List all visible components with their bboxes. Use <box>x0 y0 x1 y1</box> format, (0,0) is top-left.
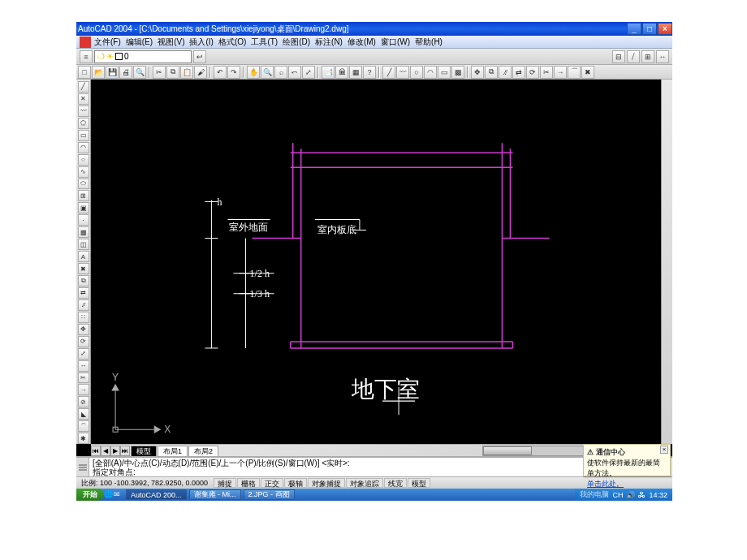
pan-icon[interactable]: ✋ <box>247 66 260 79</box>
quick-launch-icon-2[interactable]: ✉ <box>114 490 123 500</box>
tool-stretch-icon[interactable]: ↔ <box>78 360 89 372</box>
hatch-icon[interactable]: ▩ <box>451 66 464 79</box>
tool-fillet2-icon[interactable]: ⌒ <box>78 420 89 432</box>
balloon-link[interactable]: 单击此处。 <box>587 480 624 488</box>
tool-block-icon[interactable]: ▣ <box>78 202 89 213</box>
toggle-osnap[interactable]: 对象捕捉 <box>308 478 345 488</box>
tool-chamfer-icon[interactable]: ◣ <box>78 408 89 420</box>
menu-tools[interactable]: 工具(T) <box>251 37 278 48</box>
tool-explode-icon[interactable]: ✱ <box>78 433 89 444</box>
save-icon[interactable]: 💾 <box>106 66 119 79</box>
tool-extend2-icon[interactable]: → <box>78 384 89 395</box>
tool-break-icon[interactable]: ⊘ <box>78 396 89 407</box>
zoom-extents-icon[interactable]: ⤢ <box>302 66 315 79</box>
tab-model[interactable]: 模型 <box>131 446 157 456</box>
vertical-scrollbar[interactable] <box>661 80 672 444</box>
tray-vol-icon[interactable]: 🔊 <box>626 491 635 499</box>
tool-array-icon[interactable]: ∷ <box>78 312 89 323</box>
tool-point-icon[interactable]: · <box>78 214 89 226</box>
cut-icon[interactable]: ✂ <box>153 66 166 79</box>
minimize-button[interactable]: _ <box>627 23 641 35</box>
tab-layout2[interactable]: 布局2 <box>188 446 218 456</box>
rotate-icon[interactable]: ⟳ <box>526 66 539 79</box>
toggle-ortho[interactable]: 正交 <box>261 478 283 488</box>
toggle-polar[interactable]: 极轴 <box>284 478 307 488</box>
menu-help[interactable]: 帮助(H) <box>415 37 443 48</box>
tool-xline-icon[interactable]: ✕ <box>78 93 89 105</box>
start-button[interactable]: 开始 <box>76 489 104 501</box>
offset-icon[interactable]: ⫽ <box>499 66 512 79</box>
tool-line-icon[interactable]: ╱ <box>78 81 89 93</box>
tray-mycomputer[interactable]: 我的电脑 <box>580 489 609 500</box>
layer-prev-icon[interactable]: ↩ <box>193 50 206 63</box>
copy-icon[interactable]: ⧉ <box>166 66 179 79</box>
tray-lang[interactable]: CH <box>612 491 623 499</box>
toggle-otrack[interactable]: 对象追踪 <box>346 478 383 488</box>
dim-aligned-icon[interactable]: ⧸ <box>627 50 640 63</box>
properties-icon[interactable]: 📑 <box>322 66 335 79</box>
tool-polygon-icon[interactable]: ⬠ <box>78 118 89 129</box>
menu-file[interactable]: 文件(F) <box>94 37 121 48</box>
tool-circle-icon[interactable]: ○ <box>78 154 89 166</box>
matchprop-icon[interactable]: 🖌 <box>194 66 207 79</box>
toggle-snap[interactable]: 捕捉 <box>214 478 236 488</box>
trim-icon[interactable]: ✂ <box>540 66 553 79</box>
tool-offset2-icon[interactable]: ⫽ <box>78 299 89 311</box>
toggle-model[interactable]: 模型 <box>408 478 430 488</box>
menu-dim[interactable]: 标注(N) <box>315 37 343 48</box>
tool-erase2-icon[interactable]: ✖ <box>78 263 89 274</box>
help-icon[interactable]: ? <box>363 66 376 79</box>
extend-icon[interactable]: → <box>554 66 567 79</box>
hscroll-thumb[interactable] <box>483 446 532 455</box>
menu-view[interactable]: 视图(V) <box>158 37 184 48</box>
designcenter-icon[interactable]: 🏛 <box>335 66 348 79</box>
tool-hatch-icon[interactable]: ▩ <box>78 226 89 238</box>
task-autocad[interactable]: AutoCAD 200... <box>126 489 187 500</box>
tool-arc-icon[interactable]: ◠ <box>78 142 89 153</box>
zoom-realtime-icon[interactable]: 🔍 <box>261 66 274 79</box>
tray-net-icon[interactable]: 🖧 <box>638 491 646 499</box>
dim-continue-icon[interactable]: ⊞ <box>641 50 654 63</box>
close-button[interactable]: × <box>658 23 672 35</box>
drawing-canvas[interactable]: X Y <box>91 80 661 444</box>
tab-layout1[interactable]: 布局1 <box>158 446 188 456</box>
preview-icon[interactable]: 🔍 <box>133 66 146 79</box>
print-icon[interactable]: 🖨 <box>119 66 132 79</box>
rect-icon[interactable]: ▭ <box>438 66 451 79</box>
cmd-grip-icon[interactable] <box>76 458 89 476</box>
tab-first-icon[interactable]: ⏮ <box>91 446 101 456</box>
tool-insert-icon[interactable]: ⊞ <box>78 190 89 201</box>
menu-modify[interactable]: 修改(M) <box>348 37 376 48</box>
tool-spline-icon[interactable]: ∿ <box>78 166 89 178</box>
toggle-grid[interactable]: 栅格 <box>237 478 260 488</box>
fillet-icon[interactable]: ⌒ <box>568 66 581 79</box>
move-icon[interactable]: ✥ <box>471 66 484 79</box>
layer-select[interactable]: ❍ ☀ 0 <box>94 50 192 63</box>
dim-style-icon[interactable]: ↔ <box>656 50 669 63</box>
tool-pline-icon[interactable]: 〰 <box>78 106 89 117</box>
pline-icon[interactable]: 〰 <box>396 66 409 79</box>
tool-scale-icon[interactable]: ⤢ <box>78 348 89 360</box>
open-icon[interactable]: 📂 <box>92 66 105 79</box>
maximize-button[interactable]: □ <box>642 23 657 35</box>
tab-prev-icon[interactable]: ◀ <box>101 446 110 456</box>
zoom-window-icon[interactable]: ⌕ <box>274 66 287 79</box>
erase-icon[interactable]: ✖ <box>581 66 594 79</box>
copy2-icon[interactable]: ⧉ <box>485 66 498 79</box>
tool-mirror2-icon[interactable]: ⇄ <box>78 287 89 299</box>
menu-edit[interactable]: 编辑(E) <box>126 37 153 48</box>
mirror-icon[interactable]: ⇄ <box>512 66 525 79</box>
zoom-prev-icon[interactable]: ⤺ <box>288 66 301 79</box>
arc-icon[interactable]: ◠ <box>424 66 437 79</box>
menu-window[interactable]: 窗口(W) <box>381 37 410 48</box>
tool-ellipse-icon[interactable]: ⬭ <box>78 179 89 190</box>
tool-rect-icon[interactable]: ▭ <box>78 130 89 141</box>
task-paint[interactable]: 2.JPG - 画图 <box>244 489 295 500</box>
circle-icon[interactable]: ○ <box>410 66 423 79</box>
tool-region-icon[interactable]: ◫ <box>78 239 89 250</box>
tool-rotate2-icon[interactable]: ⟳ <box>78 336 89 347</box>
menu-draw[interactable]: 绘图(D) <box>283 37 310 48</box>
paste-icon[interactable]: 📋 <box>180 66 193 79</box>
toggle-lwt[interactable]: 线宽 <box>384 478 407 488</box>
quick-launch-icon[interactable]: 🌐 <box>104 490 114 500</box>
